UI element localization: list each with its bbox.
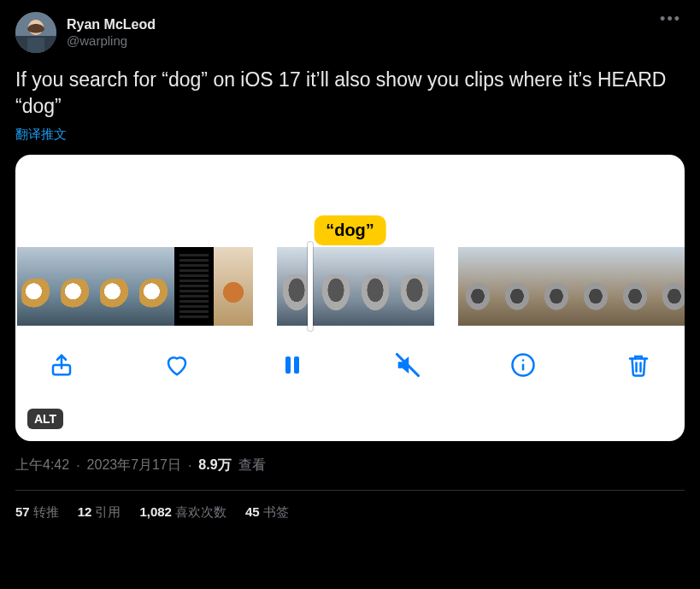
thumbnail <box>395 247 434 326</box>
separator <box>73 458 83 474</box>
quotes-count: 12 <box>78 504 92 521</box>
likes-count: 1,082 <box>139 504 172 521</box>
thumbnail <box>615 247 655 326</box>
retweets-count: 57 <box>15 504 30 521</box>
retweets-label: 转推 <box>33 504 59 521</box>
playhead[interactable] <box>308 242 313 331</box>
like-button[interactable] <box>160 348 194 382</box>
svg-rect-5 <box>285 356 291 374</box>
handle: @warpling <box>67 33 156 50</box>
thumbnail <box>655 247 685 326</box>
thumbnail <box>17 247 56 326</box>
display-name: Ryan McLeod <box>67 16 156 33</box>
pause-button[interactable] <box>275 348 309 382</box>
engagement-stats: 57 转推 12 引用 1,082 喜欢次数 45 书签 <box>15 491 685 521</box>
info-button[interactable] <box>506 348 540 382</box>
likes-label: 喜欢次数 <box>175 504 226 521</box>
thumbnail <box>576 247 615 326</box>
quotes-label: 引用 <box>95 504 121 521</box>
thumbnail <box>135 247 174 326</box>
svg-rect-6 <box>294 356 299 374</box>
thumbnail <box>96 247 135 326</box>
clip-group-1[interactable] <box>17 247 253 326</box>
retweets-stat[interactable]: 57 转推 <box>15 504 59 521</box>
author-block[interactable]: Ryan McLeod @warpling <box>67 12 156 53</box>
thumbnail <box>56 247 96 326</box>
bookmarks-stat[interactable]: 45 书签 <box>245 504 289 521</box>
views-label: 查看 <box>238 456 266 474</box>
thumbnail <box>316 247 356 326</box>
alt-badge[interactable]: ALT <box>27 409 63 429</box>
thumbnail <box>356 247 395 326</box>
share-button[interactable] <box>44 348 79 382</box>
separator <box>185 458 195 474</box>
thumbnail <box>537 247 576 326</box>
thumbnail <box>214 247 253 326</box>
tweet-header: Ryan McLeod @warpling <box>15 12 685 53</box>
thumbnail <box>497 247 537 326</box>
search-term-badge: “dog” <box>314 215 386 245</box>
tweet-container: ••• Ryan McLeod @warpling If you search … <box>0 0 700 521</box>
post-time[interactable]: 上午4:42 <box>15 456 69 474</box>
avatar[interactable] <box>15 12 56 53</box>
delete-button[interactable] <box>621 348 656 382</box>
likes-stat[interactable]: 1,082 喜欢次数 <box>139 504 226 521</box>
clip-group-2[interactable] <box>277 247 434 326</box>
post-date[interactable]: 2023年7月17日 <box>87 456 181 474</box>
media-controls <box>15 326 685 382</box>
media-card[interactable]: “dog” <box>15 155 685 441</box>
video-timeline[interactable] <box>15 247 685 326</box>
tweet-text: If you search for “dog” on iOS 17 it’ll … <box>15 67 685 120</box>
quotes-stat[interactable]: 12 引用 <box>78 504 121 521</box>
svg-rect-3 <box>27 38 44 53</box>
thumbnail <box>174 247 214 326</box>
more-options-button[interactable]: ••• <box>656 7 685 32</box>
clip-group-3[interactable] <box>458 247 685 326</box>
thumbnail <box>458 247 497 326</box>
views-count[interactable]: 8.9万 <box>198 456 231 474</box>
meta-line: 上午4:42 2023年7月17日 8.9万 查看 <box>15 456 685 474</box>
bookmarks-count: 45 <box>245 504 260 521</box>
media-top-area: “dog” <box>15 155 685 247</box>
translate-link[interactable]: 翻译推文 <box>15 127 67 143</box>
bookmarks-label: 书签 <box>263 504 289 521</box>
mute-button[interactable] <box>391 348 425 382</box>
svg-point-10 <box>522 359 525 362</box>
